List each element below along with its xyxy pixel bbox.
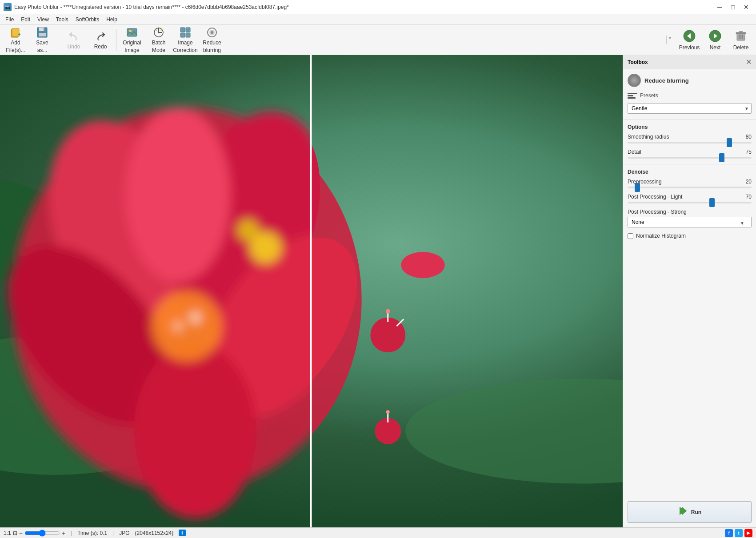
presets-icon <box>628 92 637 100</box>
post-processing-strong-dropdown: None Low Medium High ▼ <box>628 217 752 227</box>
maximize-button[interactable]: □ <box>727 2 739 12</box>
menu-bar: File Edit View Tools SoftOrbits Help <box>0 14 756 25</box>
next-button[interactable]: Next <box>703 27 728 53</box>
post-processing-light-thumb[interactable] <box>709 198 715 207</box>
svg-point-17 <box>211 31 213 34</box>
svg-rect-24 <box>739 31 743 32</box>
run-button[interactable]: Run <box>628 501 752 523</box>
info-button[interactable]: ℹ <box>179 530 186 536</box>
previous-button[interactable]: Previous <box>677 27 702 53</box>
fit-icon[interactable]: ⊡ <box>13 530 17 536</box>
toolbox-close-button[interactable]: ✕ <box>746 58 752 66</box>
smoothing-radius-label-row: Smoothing radius 80 <box>628 134 752 140</box>
image-correction-button[interactable]: Image Correction <box>172 27 198 53</box>
zoom-controls: 1:1 ⊡ − + <box>4 530 65 537</box>
mode-icon <box>628 74 641 87</box>
preprocessing-thumb[interactable] <box>635 183 640 192</box>
next-label: Next <box>710 44 721 51</box>
previous-icon <box>682 29 696 43</box>
zoom-minus-icon[interactable]: − <box>19 530 23 537</box>
add-files-label: Add <box>11 40 20 46</box>
toolbox-header: Toolbox ✕ <box>623 55 756 69</box>
detail-track[interactable] <box>628 157 752 159</box>
scroll-indicator: ▾ <box>666 36 672 44</box>
preprocessing-row: Preprocessing 20 <box>623 177 756 192</box>
menu-view[interactable]: View <box>34 16 52 24</box>
title-bar: 📷 Easy Photo Unblur - ****Unregistered v… <box>0 0 756 14</box>
status-sep-2: | <box>112 530 114 536</box>
post-processing-strong-label-row: Post Processing - Strong <box>628 209 752 215</box>
original-image-label: Original <box>123 40 141 46</box>
smoothing-radius-value: 80 <box>746 134 752 140</box>
menu-tools[interactable]: Tools <box>52 16 72 24</box>
title-bar-left: 📷 Easy Photo Unblur - ****Unregistered v… <box>4 3 289 11</box>
twitter-icon[interactable]: t <box>735 529 743 537</box>
facebook-icon[interactable]: f <box>725 529 733 537</box>
smoothing-radius-label: Smoothing radius <box>628 134 669 140</box>
reduce-blurring-row: Reduce blurring <box>623 69 756 90</box>
svg-rect-23 <box>736 32 746 34</box>
reduce-blurring-button[interactable]: Reduce blurring <box>199 27 225 53</box>
save-as-button[interactable]: Save as... <box>29 27 55 53</box>
mode-label: Reduce blurring <box>644 77 689 84</box>
batch-mode-label: Batch <box>152 40 166 46</box>
toolbar-sep-1 <box>58 29 58 51</box>
reduce-blurring-sublabel: blurring <box>203 47 221 53</box>
batch-mode-sublabel: Mode <box>152 47 165 53</box>
undo-icon <box>68 30 80 42</box>
run-label: Run <box>691 509 701 515</box>
svg-rect-14 <box>186 33 190 37</box>
add-files-icon <box>9 27 22 38</box>
svg-point-45 <box>173 322 182 331</box>
options-section-label: Options <box>623 121 756 132</box>
divider-2 <box>623 164 756 164</box>
batch-mode-button[interactable]: Batch Mode <box>146 27 172 53</box>
svg-marker-72 <box>682 507 687 515</box>
undo-label: Undo <box>68 44 80 50</box>
menu-help[interactable]: Help <box>103 16 121 24</box>
file-format: JPG <box>119 530 129 536</box>
preset-select[interactable]: Gentle Normal Strong Custom <box>628 103 752 114</box>
post-processing-strong-select[interactable]: None Low Medium High <box>628 217 752 227</box>
original-image-button[interactable]: Original Image <box>119 27 145 53</box>
zoom-slider[interactable] <box>24 530 60 536</box>
toolbox-title: Toolbox <box>628 59 648 65</box>
normalize-histogram-checkbox[interactable] <box>628 233 633 239</box>
presets-label: Presets <box>640 92 658 99</box>
detail-thumb[interactable] <box>719 153 724 162</box>
svg-rect-13 <box>180 33 185 37</box>
delete-button[interactable]: Delete <box>728 27 753 53</box>
add-files-button[interactable]: Add File(s)... <box>3 27 28 53</box>
normalize-histogram-label[interactable]: Normalize Histogram <box>636 233 686 239</box>
menu-softorbits[interactable]: SoftOrbits <box>72 16 103 24</box>
svg-point-69 <box>386 410 390 414</box>
processing-time: Time (s): 0.1 <box>77 530 107 536</box>
app-icon: 📷 <box>4 3 12 11</box>
smoothing-radius-thumb[interactable] <box>727 138 732 147</box>
zoom-plus-icon[interactable]: + <box>62 530 65 537</box>
youtube-icon[interactable]: ▶ <box>744 529 752 537</box>
save-as-icon <box>36 27 48 38</box>
svg-rect-12 <box>186 28 190 32</box>
post-processing-light-track[interactable] <box>628 202 752 203</box>
presets-icon-bar-2 <box>628 95 633 96</box>
next-icon <box>708 29 722 43</box>
close-button[interactable]: ✕ <box>740 2 752 12</box>
post-processing-light-row: Post Processing - Light 70 <box>623 192 756 207</box>
smoothing-radius-row: Smoothing radius 80 <box>623 132 756 147</box>
minimize-button[interactable]: ─ <box>713 2 726 12</box>
reduce-blurring-icon <box>206 27 218 38</box>
smoothing-radius-track[interactable] <box>628 142 752 143</box>
menu-edit[interactable]: Edit <box>17 16 34 24</box>
presets-icon-bar-1 <box>628 93 637 94</box>
post-processing-light-label: Post Processing - Light <box>628 194 682 200</box>
svg-point-41 <box>152 291 221 361</box>
svg-point-40 <box>134 344 257 519</box>
undo-button[interactable]: Undo <box>61 27 87 53</box>
preprocessing-track[interactable] <box>628 187 752 188</box>
presets-icon-bar-3 <box>628 97 636 99</box>
redo-button[interactable]: Redo <box>88 27 113 53</box>
canvas-area[interactable] <box>0 55 623 527</box>
menu-file[interactable]: File <box>2 16 17 24</box>
detail-value: 75 <box>746 149 752 155</box>
